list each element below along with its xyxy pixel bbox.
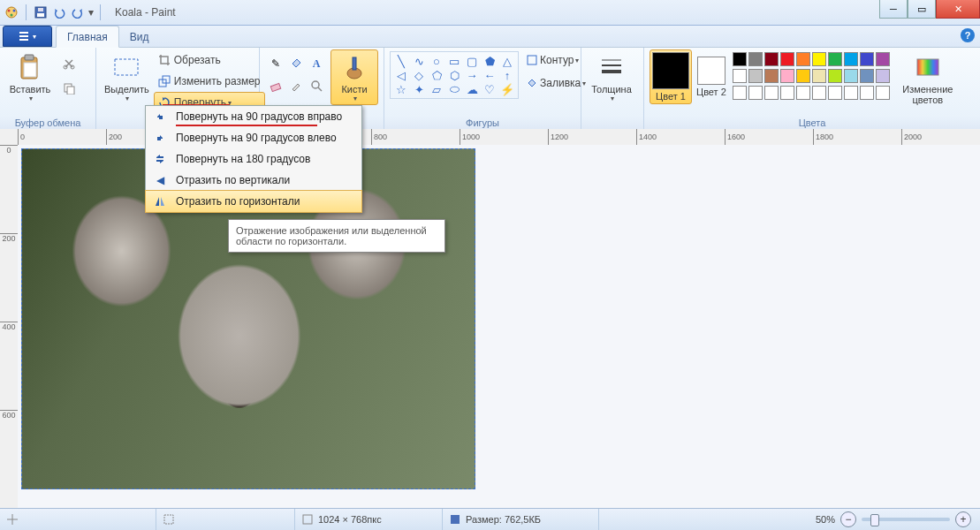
zoom-in-button[interactable]: + [955,511,971,527]
status-image-dims: 1024 × 768пкс [295,509,443,530]
crop-button[interactable]: Обрезать [154,49,265,71]
svg-rect-29 [917,59,938,75]
fill-icon[interactable] [285,53,307,74]
status-cursor-pos [0,509,156,530]
svg-rect-7 [19,32,28,34]
eyedropper-icon[interactable] [285,75,307,96]
status-file-size: Размер: 762,5КБ [443,509,599,530]
palette-color[interactable] [876,52,890,66]
rotate-dropdown: Повернуть на 90 градусов вправо Повернут… [145,105,362,213]
palette-color[interactable] [812,52,826,66]
palette-color[interactable] [780,86,794,100]
tooltip: Отражение изображения или выделенной обл… [228,219,445,253]
shapes-gallery[interactable]: ╲∿○▭▢⬟△ ◁◇⬠⬡→←↑ ☆✦▱⬭☁♡⚡ [392,54,516,96]
palette-color[interactable] [796,86,810,100]
menu-rotate-left[interactable]: Повернуть на 90 градусов влево [146,127,361,148]
file-menu-button[interactable]: ▾ [3,26,52,47]
color2-swatch [697,57,726,85]
save-icon[interactable] [33,4,49,20]
shape-fill-button[interactable]: Заливка▾ [522,72,590,94]
palette-color[interactable] [733,86,747,100]
menu-flip-vertical[interactable]: ◀Отразить по вертикали [146,170,361,191]
status-bar: 1024 × 768пкс Размер: 762,5КБ 50% − + [0,508,980,530]
svg-rect-16 [67,87,74,95]
svg-rect-24 [353,57,356,70]
palette-color[interactable] [780,69,794,83]
svg-rect-6 [38,8,43,11]
palette-color[interactable] [828,52,842,66]
palette-color[interactable] [844,52,858,66]
size-button[interactable]: Толщина ▾ [587,49,636,105]
palette-color[interactable] [828,86,842,100]
svg-rect-9 [19,39,28,41]
quick-access-toolbar: ▾ [0,4,108,20]
palette-color[interactable] [780,52,794,66]
palette-color[interactable] [860,86,874,100]
palette-color[interactable] [844,69,858,83]
svg-rect-32 [164,515,173,524]
svg-rect-25 [528,56,536,64]
palette-color[interactable] [860,69,874,83]
status-selection-size [156,509,295,530]
svg-rect-8 [19,35,28,37]
color2-button[interactable]: Цвет 2 [694,49,729,100]
palette-color[interactable] [764,86,779,100]
palette-color[interactable] [876,86,890,100]
svg-rect-20 [270,83,280,91]
help-icon[interactable]: ? [961,28,975,42]
palette-color[interactable] [796,52,810,66]
tab-home[interactable]: Главная [56,26,119,48]
palette-color[interactable] [748,86,763,100]
text-icon[interactable]: A [306,53,327,74]
palette-color[interactable] [733,52,747,66]
palette-color[interactable] [828,69,842,83]
annotation-underline [176,125,317,126]
palette-color[interactable] [796,69,810,83]
palette-color[interactable] [812,69,826,83]
pencil-icon[interactable]: ✎ [265,53,286,74]
palette-color[interactable] [748,52,763,66]
copy-icon[interactable] [58,78,80,99]
zoom-controls: 50% − + [807,511,980,527]
svg-point-21 [312,81,319,88]
svg-rect-12 [24,63,36,77]
menu-flip-horizontal[interactable]: Отразить по горизонтали [145,190,362,213]
paint-app-icon [4,4,19,20]
palette-color[interactable] [733,69,747,83]
palette-color[interactable] [844,86,858,100]
group-shapes: ╲∿○▭▢⬟△ ◁◇⬠⬡→←↑ ☆✦▱⬭☁♡⚡ Контур▾ Заливка▾… [384,48,581,129]
zoom-slider[interactable] [862,518,950,521]
close-button[interactable]: ✕ [936,0,980,19]
ruler-vertical: 0200400600 [0,145,19,509]
palette-color[interactable] [764,69,779,83]
zoom-out-button[interactable]: − [840,511,856,527]
cut-icon[interactable] [58,53,80,74]
shape-outline-button[interactable]: Контур▾ [522,49,590,71]
magnifier-icon[interactable] [306,75,327,96]
eraser-icon[interactable] [265,75,286,96]
group-size: Толщина ▾ [581,48,644,129]
select-button[interactable]: Выделить ▾ [102,49,152,105]
palette-color[interactable] [812,86,826,100]
svg-rect-11 [25,55,34,60]
minimize-button[interactable]: ─ [879,0,908,19]
paste-button[interactable]: Вставить ▾ [5,49,55,105]
palette-color[interactable] [860,52,874,66]
svg-line-22 [318,87,322,91]
maximize-button[interactable]: ▭ [908,0,936,19]
svg-rect-33 [303,515,312,524]
brushes-button[interactable]: Кисти ▾ [330,49,378,105]
resize-button[interactable]: Изменить размер [154,71,265,92]
undo-icon[interactable] [51,4,67,20]
menu-rotate-180[interactable]: Повернуть на 180 градусов [146,148,361,170]
palette-color[interactable] [748,69,763,83]
palette-color[interactable] [764,52,779,66]
redo-icon[interactable] [70,4,86,20]
group-clipboard: Вставить ▾ Буфер обмена [0,48,96,129]
edit-colors-button[interactable]: Изменение цветов [897,49,959,108]
svg-rect-17 [115,59,138,75]
palette-color[interactable] [876,69,890,83]
color1-button[interactable]: Цвет 1 [650,49,692,104]
zoom-level: 50% [816,514,835,525]
tab-view[interactable]: Вид [119,26,160,47]
